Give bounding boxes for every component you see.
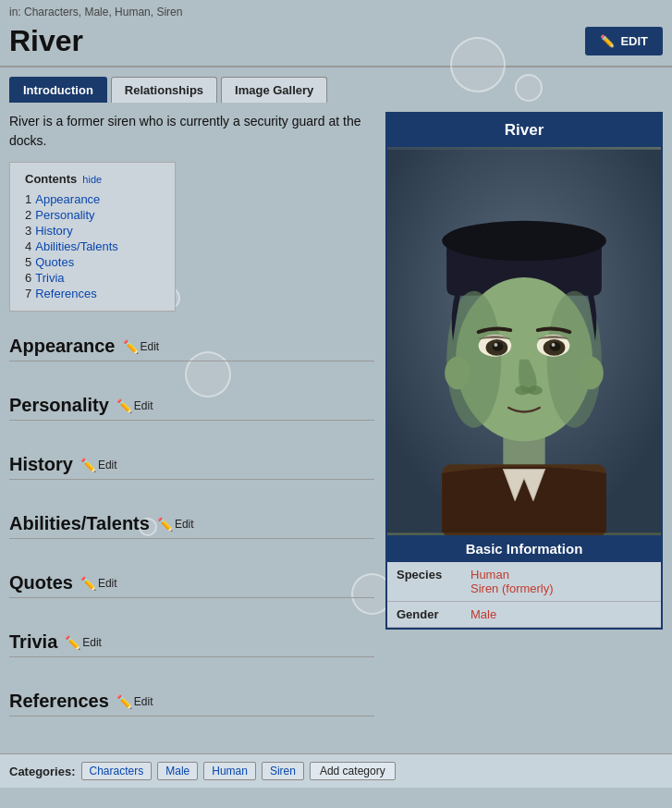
svg-point-9 — [445, 357, 470, 390]
breadcrumb-items: Characters, Male, Human, Siren — [24, 6, 182, 18]
edit-button-label: EDIT — [620, 34, 648, 48]
infobox: River — [385, 112, 663, 630]
tab-introduction[interactable]: Introduction — [9, 77, 107, 103]
infobox-species-label: Species — [387, 562, 461, 602]
section-history-edit-label: Edit — [98, 459, 117, 471]
section-quotes: Quotes Edit — [9, 572, 374, 598]
section-trivia-edit[interactable]: Edit — [65, 635, 102, 650]
section-abilities: Abilities/Talents Edit — [9, 513, 374, 539]
infobox-gender-value: Male — [461, 602, 661, 628]
section-history-title: History — [9, 454, 73, 475]
edit-button[interactable]: ✏️ EDIT — [585, 27, 663, 55]
pencil-icon — [116, 398, 132, 413]
contents-item: 5Quotes — [25, 254, 160, 270]
section-personality-edit-label: Edit — [134, 399, 153, 412]
section-references: References Edit — [9, 691, 374, 716]
infobox-row-gender: Gender Male — [387, 602, 661, 628]
tabs: Introduction Relationships Image Gallery — [0, 67, 672, 103]
section-references-edit[interactable]: Edit — [116, 694, 153, 709]
contents-title: Contents — [25, 172, 77, 186]
contents-link-references[interactable]: References — [35, 287, 96, 300]
svg-point-14 — [494, 343, 497, 347]
pencil-icon — [65, 635, 80, 650]
edit-pencil-icon: ✏️ — [600, 34, 615, 48]
infobox-container: River — [385, 112, 663, 630]
section-abilities-edit[interactable]: Edit — [157, 517, 194, 532]
pencil-icon — [157, 517, 173, 532]
breadcrumb: in: Characters, Male, Human, Siren — [0, 0, 672, 20]
pencil-icon — [80, 458, 96, 472]
infobox-image — [387, 147, 661, 535]
section-quotes-edit-label: Edit — [98, 577, 117, 590]
categories-label: Categories: — [9, 765, 76, 778]
section-appearance-title: Appearance — [9, 336, 116, 357]
svg-point-17 — [550, 342, 561, 351]
section-trivia-title: Trivia — [9, 631, 57, 653]
infobox-basic-info-title: Basic Information — [387, 535, 661, 562]
main-content: River is a former siren who is currently… — [0, 103, 672, 753]
contents-item: 3History — [25, 223, 160, 239]
section-trivia-edit-label: Edit — [82, 636, 102, 649]
category-siren[interactable]: Siren — [262, 762, 304, 780]
contents-item: 6Trivia — [25, 270, 160, 286]
contents-box: Contents hide 1Appearance 2Personality 3… — [9, 162, 176, 312]
contents-link-personality[interactable]: Personality — [35, 208, 94, 222]
infobox-gender-label: Gender — [387, 602, 461, 628]
section-appearance: Appearance Edit — [9, 336, 374, 361]
infobox-species-primary: Human — [470, 568, 509, 582]
page-title: River — [9, 24, 83, 58]
svg-point-18 — [552, 343, 556, 347]
infobox-row-species: Species Human Siren (formerly) — [387, 562, 661, 602]
section-abilities-edit-label: Edit — [175, 518, 194, 531]
tab-image-gallery[interactable]: Image Gallery — [221, 77, 327, 103]
categories-bar: Categories: Characters Male Human Siren … — [0, 753, 672, 788]
tab-relationships[interactable]: Relationships — [111, 77, 217, 103]
section-quotes-title: Quotes — [9, 572, 73, 594]
infobox-table: Species Human Siren (formerly) Gender Ma… — [387, 562, 661, 628]
contents-item: 4Abilities/Talents — [25, 239, 160, 254]
category-characters[interactable]: Characters — [81, 762, 153, 780]
breadcrumb-prefix: in: — [9, 6, 21, 18]
contents-link-trivia[interactable]: Trivia — [35, 271, 64, 285]
contents-link-appearance[interactable]: Appearance — [35, 192, 100, 206]
pencil-icon — [80, 576, 96, 591]
intro-text: River is a former siren who is currently… — [9, 112, 374, 151]
contents-item: 1Appearance — [25, 191, 160, 207]
category-human[interactable]: Human — [203, 762, 256, 780]
svg-point-10 — [578, 357, 604, 390]
contents-hide-link[interactable]: hide — [82, 174, 102, 185]
contents-link-abilities[interactable]: Abilities/Talents — [35, 239, 118, 253]
section-history-edit[interactable]: Edit — [80, 458, 117, 472]
pencil-icon — [123, 339, 139, 354]
contents-item: 7References — [25, 286, 160, 301]
pencil-icon — [116, 694, 132, 709]
contents-list: 1Appearance 2Personality 3History 4Abili… — [25, 191, 160, 301]
section-appearance-edit-label: Edit — [141, 340, 160, 353]
svg-point-13 — [492, 342, 503, 351]
left-column: River is a former siren who is currently… — [9, 112, 374, 744]
category-male[interactable]: Male — [157, 762, 198, 780]
contents-item: 2Personality — [25, 207, 160, 223]
infobox-title: River — [387, 114, 661, 147]
section-references-edit-label: Edit — [134, 695, 153, 708]
section-personality-edit[interactable]: Edit — [116, 398, 153, 413]
infobox-species-secondary: Siren (formerly) — [470, 582, 652, 595]
section-personality-title: Personality — [9, 395, 109, 416]
section-personality: Personality Edit — [9, 395, 374, 421]
section-references-title: References — [9, 691, 109, 712]
contents-link-history[interactable]: History — [35, 224, 72, 238]
svg-point-4 — [442, 221, 606, 261]
section-abilities-title: Abilities/Talents — [9, 513, 150, 534]
contents-link-quotes[interactable]: Quotes — [35, 255, 74, 269]
add-category-button[interactable]: Add category — [310, 762, 396, 780]
section-trivia: Trivia Edit — [9, 631, 374, 657]
svg-point-19 — [515, 386, 530, 395]
page-title-row: River ✏️ EDIT — [0, 20, 672, 67]
section-quotes-edit[interactable]: Edit — [80, 576, 117, 591]
svg-point-20 — [528, 386, 543, 395]
infobox-species-value: Human Siren (formerly) — [461, 562, 661, 602]
contents-header: Contents hide — [25, 172, 160, 186]
section-appearance-edit[interactable]: Edit — [123, 339, 160, 354]
section-history: History Edit — [9, 454, 374, 480]
